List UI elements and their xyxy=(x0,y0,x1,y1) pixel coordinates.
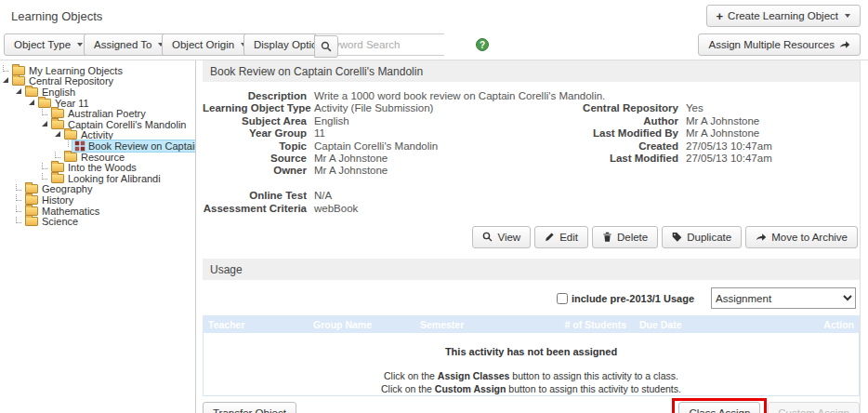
folder-icon xyxy=(51,163,64,172)
title-bar: Learning Objects + Create Learning Objec… xyxy=(0,0,868,32)
footer-toolbar: Transfer Object Class Assign Custom Assi… xyxy=(203,402,860,413)
field-value: 11 xyxy=(314,127,546,140)
learning-objects-tree: My Learning Objects Central Repository E… xyxy=(0,60,196,413)
move-to-archive-button[interactable]: Move to Archive xyxy=(745,226,858,248)
field-label: Central Repository xyxy=(554,102,678,114)
plus-icon: + xyxy=(717,9,724,23)
field-label: Author xyxy=(554,115,678,127)
trash-icon xyxy=(602,232,612,242)
chevron-down-icon xyxy=(77,43,83,47)
tree-connector xyxy=(42,173,47,180)
column-header: Group Name xyxy=(313,319,420,330)
field-label: Learning Object Type xyxy=(203,102,307,114)
tree-item-into-the-woods[interactable]: Into the Woods xyxy=(0,162,195,173)
folder-icon xyxy=(12,76,25,86)
class-assign-button[interactable]: Class Assign xyxy=(678,402,760,413)
column-header: Due Date xyxy=(639,319,788,330)
field-label: Description xyxy=(203,90,307,102)
selected-tree-node[interactable]: Book Review on Captain Corelli's Mandoli… xyxy=(72,140,196,152)
tree-connector xyxy=(55,152,60,158)
field-value: N/A xyxy=(314,190,546,202)
pencil-icon xyxy=(545,232,555,242)
view-button[interactable]: View xyxy=(472,226,531,248)
folder-icon xyxy=(51,120,64,129)
folder-icon xyxy=(25,87,38,97)
search-icon xyxy=(321,41,332,52)
field-label: Assessment Criteria xyxy=(203,203,307,215)
transfer-object-button[interactable]: Transfer Object xyxy=(203,402,296,413)
field-label: Source xyxy=(203,153,307,165)
search-icon xyxy=(482,232,493,242)
object-action-toolbar: View Edit Delete Duplicate Move to xyxy=(203,226,858,248)
tree-expander-icon[interactable] xyxy=(55,131,60,137)
usage-empty-state: This activity has not been assigned Clic… xyxy=(203,333,860,396)
object-origin-filter-button[interactable]: Object Origin xyxy=(162,33,256,56)
column-header: Action xyxy=(788,319,854,330)
tree-item-my-learning-objects[interactable]: My Learning Objects xyxy=(0,65,195,76)
folder-icon xyxy=(12,66,25,75)
field-value: Captain Corelli's Mandolin xyxy=(314,140,546,153)
field-value: Mr A Johnstone xyxy=(686,115,860,127)
include-pre2013-checkbox-label[interactable]: include pre-2013/1 Usage xyxy=(557,293,694,304)
tree-item-history[interactable]: History xyxy=(0,194,195,206)
create-learning-object-button[interactable]: + Create Learning Object xyxy=(706,5,861,27)
tree-item-captain-corellis-mandolin[interactable]: Captain Corelli's Mandolin xyxy=(0,119,195,130)
usage-table-header: Teacher Group Name Semester # of Student… xyxy=(203,315,860,333)
assign-classes-hint: Click on the Assign Classes button to as… xyxy=(204,370,859,381)
field-label: Last Modified By xyxy=(554,127,678,140)
tag-icon xyxy=(672,232,682,242)
tree-expander-icon[interactable] xyxy=(16,88,21,94)
usage-options: include pre-2013/1 Usage Assignment xyxy=(203,287,856,310)
help-icon[interactable]: ? xyxy=(476,38,489,51)
custom-assign-hint: Click on the Custom Assign button to ass… xyxy=(204,383,859,394)
field-value: Write a 1000 word book review on Captain… xyxy=(314,90,860,102)
detail-title: Book Review on Captain Corelli's Mandoli… xyxy=(203,60,860,82)
assigned-to-filter-button[interactable]: Assigned To xyxy=(84,33,174,56)
folder-icon xyxy=(25,217,38,226)
custom-assign-button: Custom Assign xyxy=(768,402,860,413)
field-value: Mr A Johnstone xyxy=(686,127,860,140)
tree-item-resource[interactable]: Resource xyxy=(0,152,195,163)
field-value: 27/05/13 10:47am xyxy=(686,153,860,165)
delete-button[interactable]: Delete xyxy=(592,226,658,248)
tree-connector xyxy=(16,217,21,223)
tree-item-science[interactable]: Science xyxy=(0,216,195,227)
arrow-right-icon xyxy=(839,39,850,50)
field-label: Topic xyxy=(203,140,307,153)
assign-multiple-resources-button[interactable]: Assign Multiple Resources xyxy=(698,33,861,56)
tree-connector xyxy=(42,163,47,169)
field-value: Activity (File Submission) xyxy=(314,102,546,114)
tree-expander-icon[interactable] xyxy=(29,100,34,105)
folder-icon xyxy=(51,174,64,183)
folder-icon xyxy=(64,153,77,162)
duplicate-button[interactable]: Duplicate xyxy=(662,226,742,248)
tree-expander-icon[interactable] xyxy=(3,77,8,83)
folder-icon xyxy=(38,99,51,108)
tree-connector xyxy=(42,109,47,115)
chevron-down-icon xyxy=(845,14,850,18)
tree-item-book-review[interactable]: Book Review on Captain Corelli's Mandoli… xyxy=(0,140,195,152)
folder-icon xyxy=(25,206,38,216)
arrow-right-icon xyxy=(756,232,767,243)
page-title: Learning Objects xyxy=(11,9,102,23)
tree-item-year-11[interactable]: Year 11 xyxy=(0,98,195,109)
field-label: Created xyxy=(554,140,678,153)
tree-connector xyxy=(16,194,21,201)
usage-type-select[interactable]: Assignment xyxy=(711,287,856,309)
tree-expander-icon[interactable] xyxy=(42,121,47,127)
usage-section-title: Usage xyxy=(203,259,860,280)
tree-item-activity[interactable]: Activity xyxy=(0,130,195,141)
tree-connector xyxy=(68,140,69,147)
detail-panel: Book Review on Captain Corelli's Mandoli… xyxy=(203,60,861,413)
object-type-filter-button[interactable]: Object Type xyxy=(4,33,93,56)
include-pre2013-checkbox[interactable] xyxy=(557,293,568,304)
field-label: Online Test xyxy=(203,190,307,202)
tree-item-australian-poetry[interactable]: Australian Poetry xyxy=(0,108,195,119)
field-value: Mr A Johnstone xyxy=(314,153,546,165)
folder-icon xyxy=(25,184,38,193)
field-value: 27/05/13 10:47am xyxy=(686,140,860,153)
edit-button[interactable]: Edit xyxy=(534,226,588,248)
field-label: Last Modified xyxy=(554,153,678,165)
tree-item-english[interactable]: English xyxy=(0,87,195,98)
search-button[interactable] xyxy=(314,35,338,58)
